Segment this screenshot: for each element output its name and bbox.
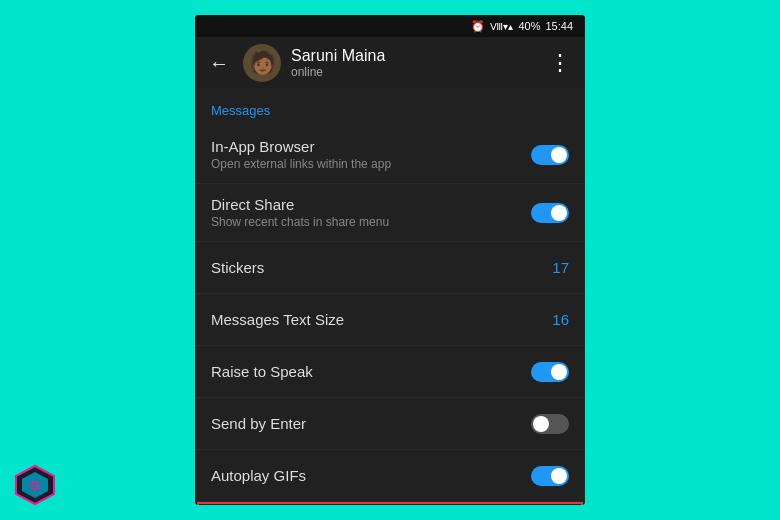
in-app-browser-toggle[interactable] <box>531 145 569 165</box>
send-by-enter-label: Send by Enter <box>211 415 531 432</box>
toolbar: ← 🧑🏾 Saruni Maina online ⋮ <box>195 37 585 89</box>
autoplay-gifs-label: Autoplay GIFs <box>211 467 531 484</box>
raise-to-speak-label: Raise to Speak <box>211 363 531 380</box>
status-bar: ⏰ Ⅷ▾▴ 40% 15:44 <box>195 15 585 37</box>
settings-item-autoplay-gifs[interactable]: Autoplay GIFs <box>195 450 585 502</box>
autoplay-gifs-toggle-knob <box>551 468 567 484</box>
messages-text-size-value: 16 <box>552 311 569 328</box>
back-button[interactable]: ← <box>205 48 233 79</box>
direct-share-toggle-knob <box>551 205 567 221</box>
stickers-label: Stickers <box>211 259 552 276</box>
contact-status: online <box>291 65 535 79</box>
settings-item-in-app-browser[interactable]: In-App BrowserOpen external links within… <box>195 126 585 184</box>
send-by-enter-toggle-knob <box>533 416 549 432</box>
settings-list: In-App BrowserOpen external links within… <box>195 126 585 505</box>
status-icons: ⏰ Ⅷ▾▴ 40% 15:44 <box>471 20 573 33</box>
raise-to-speak-toggle[interactable] <box>531 362 569 382</box>
logo-badge: G <box>14 464 56 506</box>
settings-item-raise-to-speak[interactable]: Raise to Speak <box>195 346 585 398</box>
in-app-browser-sublabel: Open external links within the app <box>211 157 531 171</box>
settings-item-messages-text-size: Messages Text Size16 <box>195 294 585 346</box>
stickers-value: 17 <box>552 259 569 276</box>
messages-section-title: Messages <box>195 89 585 126</box>
settings-item-direct-share[interactable]: Direct ShareShow recent chats in share m… <box>195 184 585 242</box>
direct-share-sublabel: Show recent chats in share menu <box>211 215 531 229</box>
raise-to-speak-toggle-knob <box>551 364 567 380</box>
time-text: 15:44 <box>545 20 573 32</box>
settings-item-save-to-gallery[interactable]: Save to gallery <box>197 502 583 505</box>
contact-name: Saruni Maina <box>291 47 535 65</box>
svg-text:G: G <box>30 478 40 493</box>
in-app-browser-label: In-App Browser <box>211 138 531 155</box>
autoplay-gifs-toggle[interactable] <box>531 466 569 486</box>
more-options-button[interactable]: ⋮ <box>545 46 575 80</box>
settings-item-stickers: Stickers17 <box>195 242 585 294</box>
direct-share-toggle[interactable] <box>531 203 569 223</box>
phone-screen: ⏰ Ⅷ▾▴ 40% 15:44 ← 🧑🏾 Saruni Maina online… <box>195 15 585 505</box>
battery-text: 40% <box>518 20 540 32</box>
alarm-icon: ⏰ <box>471 20 485 33</box>
contact-info: Saruni Maina online <box>291 47 535 79</box>
signal-icon: Ⅷ▾▴ <box>490 21 513 32</box>
settings-item-send-by-enter[interactable]: Send by Enter <box>195 398 585 450</box>
in-app-browser-toggle-knob <box>551 147 567 163</box>
settings-content: Messages In-App BrowserOpen external lin… <box>195 89 585 505</box>
avatar-emoji: 🧑🏾 <box>249 50 276 76</box>
send-by-enter-toggle[interactable] <box>531 414 569 434</box>
messages-text-size-label: Messages Text Size <box>211 311 552 328</box>
avatar: 🧑🏾 <box>243 44 281 82</box>
direct-share-label: Direct Share <box>211 196 531 213</box>
